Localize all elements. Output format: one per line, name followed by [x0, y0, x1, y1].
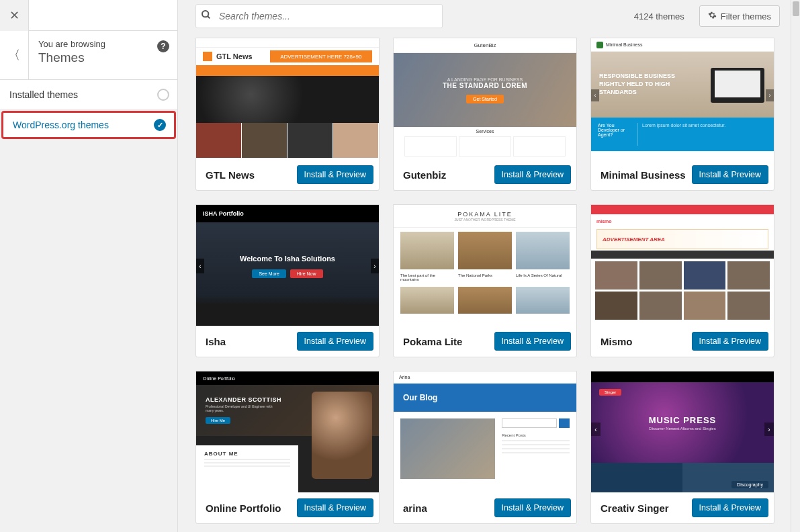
- install-preview-button[interactable]: Install & Preview: [494, 165, 571, 184]
- search-icon: [201, 9, 212, 23]
- install-preview-button[interactable]: Install & Preview: [297, 498, 373, 517]
- theme-card[interactable]: GutenBiz A LANDING PAGE FOR BUSINESS THE…: [393, 38, 577, 191]
- theme-card[interactable]: Online Portfolio ALEXANDER SCOTTISHProfe…: [195, 371, 380, 524]
- scrollbar-thumb[interactable]: [793, 1, 799, 16]
- themes-count: 4124 themes: [634, 11, 684, 21]
- filter-installed-themes[interactable]: Installed themes: [0, 80, 177, 109]
- theme-name: Isha: [206, 336, 226, 347]
- theme-thumbnail: GutenBiz A LANDING PAGE FOR BUSINESS THE…: [394, 38, 576, 159]
- gear-icon: [708, 11, 717, 21]
- theme-card[interactable]: ISHA Portfolio Welcome To Isha Solutions…: [195, 204, 380, 357]
- install-preview-button[interactable]: Install & Preview: [297, 332, 373, 351]
- search-wrap: [195, 4, 443, 28]
- theme-thumbnail: Online Portfolio ALEXANDER SCOTTISHProfe…: [196, 371, 379, 492]
- help-icon[interactable]: ?: [157, 40, 169, 52]
- install-preview-button[interactable]: Install & Preview: [692, 498, 768, 517]
- radio-checked-icon: [154, 119, 166, 131]
- back-button[interactable]: 〈: [0, 31, 29, 79]
- theme-thumbnail: GTL NewsADVERTISEMENT HERE 728×90: [196, 38, 379, 159]
- theme-card[interactable]: mismo ADVERTISEMENT AREA Mismo Install &…: [590, 204, 774, 357]
- theme-name: Gutenbiz: [403, 169, 446, 181]
- main-panel: 4124 themes Filter themes GTL NewsADVERT…: [178, 0, 800, 532]
- filter-label: Installed themes: [9, 89, 78, 100]
- sidebar: ✕ 〈 You are browsing Themes ? Installed …: [0, 0, 178, 532]
- section-header: You are browsing Themes ?: [29, 31, 177, 79]
- filter-wporg-themes[interactable]: WordPress.org themes: [1, 111, 176, 139]
- toolbar: 4124 themes Filter themes: [195, 4, 780, 28]
- install-preview-button[interactable]: Install & Preview: [692, 332, 768, 351]
- filter-button-label: Filter themes: [721, 11, 771, 21]
- scrollbar[interactable]: [791, 0, 800, 532]
- browsing-label: You are browsing: [38, 39, 168, 49]
- install-preview-button[interactable]: Install & Preview: [494, 332, 571, 351]
- theme-thumbnail: POKAMA LITEJUST ANOTHER WORDPRESS THEME …: [394, 205, 576, 326]
- close-icon: ✕: [9, 8, 19, 23]
- theme-name: Minimal Business: [601, 169, 686, 181]
- theme-thumbnail: Minimal Business RESPONSIBLE BUSINESS RI…: [591, 38, 774, 159]
- close-row: ✕: [0, 0, 177, 31]
- themes-grid: GTL NewsADVERTISEMENT HERE 728×90 GTL Ne…: [195, 38, 780, 524]
- theme-thumbnail: Singer MUSIC PRESS Discover Newest Album…: [591, 371, 774, 492]
- theme-name: Creativ Singer: [601, 502, 669, 514]
- theme-thumbnail: mismo ADVERTISEMENT AREA: [591, 205, 774, 326]
- install-preview-button[interactable]: Install & Preview: [494, 498, 571, 517]
- sidebar-filters: Installed themes WordPress.org themes: [0, 80, 177, 532]
- theme-card[interactable]: Arina Our Blog Recent Posts arina Instal…: [393, 371, 577, 524]
- theme-card[interactable]: Singer MUSIC PRESS Discover Newest Album…: [590, 371, 774, 524]
- install-preview-button[interactable]: Install & Preview: [297, 165, 373, 184]
- theme-name: GTL News: [206, 169, 255, 181]
- search-input[interactable]: [195, 4, 443, 28]
- theme-card[interactable]: Minimal Business RESPONSIBLE BUSINESS RI…: [590, 38, 774, 191]
- theme-thumbnail: ISHA Portfolio Welcome To Isha Solutions…: [196, 205, 379, 326]
- section-title: Themes: [38, 50, 168, 65]
- theme-name: Online Portfolio: [206, 502, 281, 514]
- theme-card[interactable]: POKAMA LITEJUST ANOTHER WORDPRESS THEME …: [393, 204, 577, 357]
- close-button[interactable]: ✕: [0, 0, 29, 31]
- back-row: 〈 You are browsing Themes ?: [0, 31, 177, 80]
- install-preview-button[interactable]: Install & Preview: [692, 165, 768, 184]
- svg-point-0: [202, 11, 208, 17]
- theme-name: Mismo: [601, 336, 633, 347]
- theme-name: Pokama Lite: [403, 336, 462, 347]
- svg-line-1: [208, 16, 210, 18]
- theme-name: arina: [403, 502, 427, 514]
- theme-thumbnail: Arina Our Blog Recent Posts: [394, 371, 576, 492]
- filter-themes-button[interactable]: Filter themes: [699, 5, 780, 27]
- radio-unchecked-icon: [157, 89, 169, 101]
- chevron-left-icon: 〈: [8, 47, 20, 63]
- theme-card[interactable]: GTL NewsADVERTISEMENT HERE 728×90 GTL Ne…: [195, 38, 380, 191]
- filter-label: WordPress.org themes: [13, 120, 109, 130]
